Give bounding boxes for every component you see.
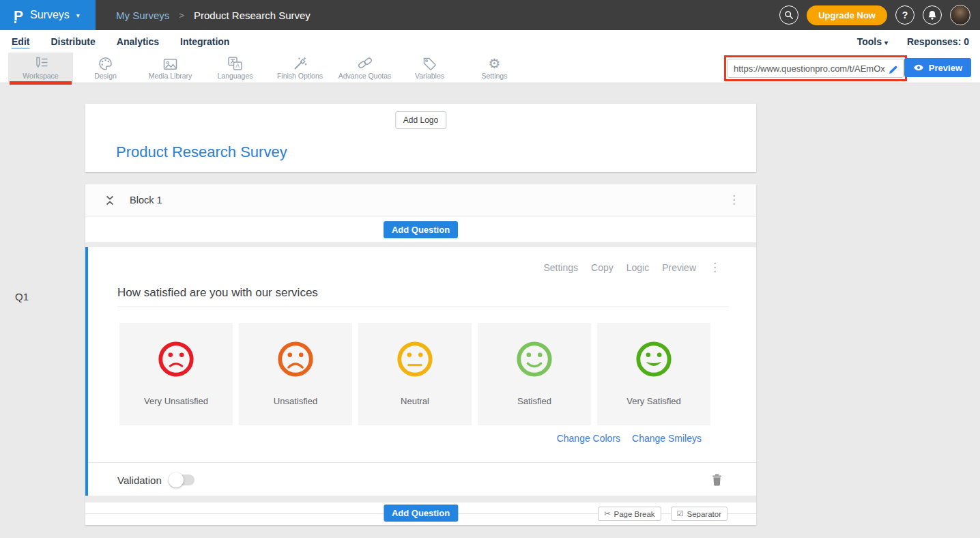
- smiley-frown-icon: [276, 339, 315, 379]
- option-satisfied[interactable]: Satisfied: [478, 323, 591, 425]
- tab-edit[interactable]: Edit: [12, 36, 29, 47]
- toolbar-item-languages[interactable]: A Languages: [203, 53, 268, 83]
- toolbar-item-advance-quotas[interactable]: Advance Quotas: [332, 53, 397, 83]
- eye-icon: [913, 63, 924, 72]
- breadcrumb-my-surveys[interactable]: My Surveys: [116, 10, 169, 21]
- tab-integration[interactable]: Integration: [180, 36, 229, 47]
- toolbar-item-media-library[interactable]: Media Library: [138, 53, 203, 83]
- palette-icon: [98, 55, 113, 70]
- delete-question-trash-icon[interactable]: [712, 474, 722, 486]
- edit-url-pencil-icon[interactable]: [889, 65, 898, 74]
- user-avatar[interactable]: [950, 5, 970, 25]
- search-button[interactable]: [779, 5, 798, 25]
- change-smileys-link[interactable]: Change Smileys: [632, 433, 702, 444]
- app-switcher[interactable]: P Surveys ▾: [0, 0, 96, 30]
- toolbar-label: Design: [94, 72, 117, 80]
- validation-toggle[interactable]: [170, 475, 194, 485]
- tab-distribute[interactable]: Distribute: [51, 36, 95, 47]
- smiley-neutral-icon: [395, 339, 435, 379]
- survey-url-highlight: [724, 55, 907, 81]
- editor-toolbar: Workspace Design Media Library A Languag…: [0, 53, 980, 83]
- tab-analytics[interactable]: Analytics: [117, 36, 159, 47]
- option-label: Very Unsatisfied: [144, 396, 208, 406]
- block-footer: Add Question ✂Page Break ☑Separator: [85, 502, 756, 525]
- question-menu-icon[interactable]: ⋮: [709, 263, 721, 272]
- toolbar-label: Workspace: [23, 72, 58, 80]
- question-card: Settings Copy Logic Preview ⋮ How satisf…: [85, 247, 756, 496]
- survey-title[interactable]: Product Research Survey: [116, 143, 287, 161]
- responses-count: Responses: 0: [907, 36, 969, 47]
- question-actions: Settings Copy Logic Preview ⋮: [88, 247, 756, 273]
- page-break-button[interactable]: ✂Page Break: [598, 507, 661, 521]
- question-title[interactable]: How satisfied are you with our services: [117, 286, 729, 307]
- chevron-down-icon: ▾: [76, 12, 80, 19]
- block-title: Block 1: [130, 195, 162, 206]
- survey-header-card: Add Logo Product Research Survey: [85, 104, 756, 172]
- chain-link-icon: [358, 55, 373, 70]
- question-logic-link[interactable]: Logic: [626, 262, 649, 273]
- collapse-block-icon[interactable]: [106, 195, 114, 206]
- top-bar: P Surveys ▾ My Surveys > Product Researc…: [0, 0, 980, 30]
- smiley-options: Very Unsatisfied Unsatisfied Neutral Sat…: [119, 323, 756, 425]
- upgrade-now-button[interactable]: Upgrade Now: [807, 5, 887, 25]
- block-menu-icon[interactable]: ⋮: [728, 195, 740, 205]
- svg-text:A: A: [235, 62, 240, 69]
- questionpro-logo-icon: P: [14, 8, 23, 23]
- toolbar-item-variables[interactable]: Variables: [397, 53, 462, 83]
- bell-icon: [927, 10, 937, 20]
- block-card: Block 1 ⋮ Add Question Settings Copy Log…: [85, 184, 756, 525]
- smiley-smile-icon: [515, 339, 554, 379]
- option-unsatisfied[interactable]: Unsatisfied: [239, 323, 352, 425]
- validation-label: Validation: [117, 475, 162, 486]
- option-label: Unsatisfied: [274, 396, 317, 406]
- question-settings-link[interactable]: Settings: [543, 262, 578, 273]
- topbar-actions: Upgrade Now ?: [779, 0, 980, 30]
- smiley-customize-links: Change Colors Change Smileys: [88, 433, 702, 444]
- scissors-icon: ✂: [604, 509, 610, 518]
- survey-url-input[interactable]: [727, 59, 904, 78]
- tools-dropdown[interactable]: Tools ▾: [857, 36, 888, 47]
- toggle-knob: [169, 472, 184, 487]
- toolbar-label: Media Library: [149, 72, 192, 80]
- image-icon: [163, 55, 177, 70]
- breadcrumb-current-survey: Product Research Survey: [194, 10, 311, 21]
- question-number-label: Q1: [15, 291, 29, 302]
- notifications-button[interactable]: [923, 5, 942, 25]
- survey-nav: Edit Distribute Analytics Integration To…: [0, 30, 980, 53]
- separator-button[interactable]: ☑Separator: [671, 507, 727, 521]
- breadcrumb: My Surveys > Product Research Survey: [116, 0, 311, 30]
- toolbar-item-workspace[interactable]: Workspace: [8, 53, 73, 83]
- add-question-row-top: Add Question: [85, 216, 756, 243]
- add-question-button-bottom[interactable]: Add Question: [384, 505, 458, 522]
- option-neutral[interactable]: Neutral: [358, 323, 472, 425]
- option-very-satisfied[interactable]: Very Satisfied: [597, 323, 710, 425]
- add-question-button-top[interactable]: Add Question: [384, 221, 458, 238]
- toolbar-label: Advance Quotas: [338, 72, 392, 80]
- footer-insert-buttons: ✂Page Break ☑Separator: [598, 507, 727, 521]
- toolbar-label: Settings: [482, 72, 508, 80]
- toolbar-item-design[interactable]: Design: [73, 53, 138, 83]
- add-logo-button[interactable]: Add Logo: [395, 111, 446, 129]
- chevron-down-icon: ▾: [884, 39, 888, 46]
- gear-icon: ⚙: [489, 55, 501, 70]
- search-icon: [784, 10, 794, 20]
- toolbar-item-settings[interactable]: ⚙ Settings: [462, 53, 527, 83]
- question-mark-icon: ?: [902, 10, 908, 20]
- workspace-icon: [33, 55, 48, 70]
- option-label: Very Satisfied: [626, 396, 681, 406]
- divider: [85, 496, 756, 502]
- option-very-unsatisfied[interactable]: Very Unsatisfied: [119, 323, 233, 425]
- option-label: Neutral: [401, 396, 429, 406]
- smiley-frown-small-icon: [156, 339, 196, 379]
- preview-button[interactable]: Preview: [904, 58, 971, 77]
- question-preview-link[interactable]: Preview: [662, 262, 696, 273]
- toolbar-label: Languages: [218, 72, 253, 80]
- workspace-canvas: Q1 Add Logo Product Research Survey Bloc…: [0, 83, 980, 538]
- help-button[interactable]: ?: [895, 5, 914, 25]
- validation-row: Validation: [88, 462, 756, 496]
- question-copy-link[interactable]: Copy: [591, 262, 614, 273]
- breadcrumb-separator-icon: >: [179, 10, 184, 20]
- block-header: Block 1 ⋮: [85, 184, 756, 216]
- change-colors-link[interactable]: Change Colors: [557, 433, 620, 444]
- toolbar-item-finish-options[interactable]: Finish Options: [268, 53, 332, 83]
